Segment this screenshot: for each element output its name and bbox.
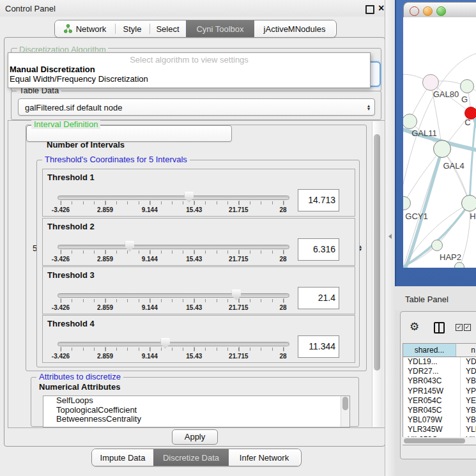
zoom-traffic-light-icon[interactable]	[436, 6, 446, 16]
cell[interactable]: YDL19...	[403, 357, 461, 367]
cell[interactable]: YDR27...	[403, 367, 461, 376]
tick-label: -3.426	[52, 206, 70, 213]
float-window-icon[interactable]	[365, 5, 374, 14]
cell[interactable]: YDL1	[461, 357, 476, 367]
threshold-4-panel: Threshold 4 -3.426 2.859 9.144 15.43 21.…	[42, 315, 355, 363]
tick-label: 2.859	[97, 304, 113, 311]
table-data-combo-value: galFiltered.sif default node	[25, 102, 122, 112]
numerical-attributes-list[interactable]: SelfLoops TopologicalCoefficient Between…	[43, 395, 350, 427]
tick-label: -3.426	[52, 353, 70, 360]
threshold-3-value-field[interactable]: 21.4	[298, 287, 339, 309]
slider-track[interactable]	[58, 342, 289, 346]
network-node[interactable]	[460, 79, 474, 93]
algorithm-option-manual[interactable]: Manual Discretization	[8, 65, 370, 74]
tick-label: 9.144	[142, 304, 158, 311]
tick-label: 2.859	[97, 353, 113, 360]
network-node[interactable]	[461, 195, 476, 211]
network-window-titlebar[interactable]	[403, 2, 476, 19]
table-row[interactable]: YLR345WYLR3	[403, 425, 476, 434]
close-traffic-light-icon[interactable]	[410, 6, 419, 16]
cell[interactable]: YLR3	[461, 425, 476, 434]
table-data-combo[interactable]: galFiltered.sif default node ▴▾	[18, 98, 375, 116]
threshold-4-value-field[interactable]: 11.344	[298, 335, 339, 358]
table-row[interactable]: YBR043CYBR0	[403, 376, 476, 386]
tab-network[interactable]: Network	[55, 20, 115, 37]
columns-icon[interactable]	[434, 322, 445, 334]
network-node[interactable]	[422, 74, 439, 91]
scrollbar-thumb[interactable]	[404, 438, 465, 443]
table-horizontal-scrollbar[interactable]	[403, 437, 476, 445]
cell[interactable]: YER054C	[403, 396, 461, 406]
tick-label: 28	[279, 304, 286, 311]
tick-label: 15.43	[186, 304, 202, 311]
cell[interactable]: YPR1	[461, 387, 476, 396]
slider-track[interactable]	[58, 293, 289, 298]
network-canvas[interactable]: GAL80GCGAL11GAL4GCY1HHAP2	[403, 17, 476, 268]
settings-vertical-scrollbar[interactable]	[372, 121, 382, 427]
cell[interactable]: YBR0	[461, 376, 476, 386]
list-item[interactable]: SelfLoops	[43, 396, 349, 406]
table-row[interactable]: YDR27...YDR2	[403, 367, 476, 376]
tab-style-label: Style	[123, 24, 142, 34]
cell[interactable]: YBL079W	[403, 415, 461, 425]
tab-impute-data[interactable]: Impute Data	[92, 449, 153, 466]
network-node-label: C	[464, 118, 470, 127]
table-panel-title: Table Panel	[405, 295, 449, 304]
tab-style[interactable]: Style	[115, 20, 150, 37]
table-row[interactable]: YDL19...YDL1	[403, 357, 476, 367]
minimize-traffic-light-icon[interactable]	[423, 6, 433, 16]
tab-infer-network[interactable]: Infer Network	[229, 449, 300, 466]
table-row[interactable]: YBL079WYBL0	[403, 415, 476, 425]
network-node[interactable]	[431, 240, 443, 251]
scrollbar-thumb[interactable]	[374, 134, 380, 371]
network-node[interactable]	[433, 140, 451, 158]
table-row[interactable]: YBR045CYBR0	[403, 406, 476, 415]
cell[interactable]: YBR045C	[403, 406, 461, 415]
cell[interactable]: YER0	[461, 396, 476, 406]
tab-select[interactable]: Select	[150, 20, 186, 37]
cell[interactable]: YBR0	[461, 406, 476, 415]
tick-label: 15.43	[186, 353, 202, 360]
cell[interactable]: YLR345W	[403, 425, 461, 434]
attributes-list-scrollbar[interactable]	[341, 396, 349, 427]
list-item[interactable]: TopologicalCoefficient	[43, 406, 349, 415]
tick-label: 9.144	[142, 256, 158, 263]
cyni-toolbox-panel: Discretization Algorithm Table Data galF…	[4, 37, 385, 447]
checkbox-icon[interactable]: ✓	[464, 324, 471, 331]
network-node[interactable]	[454, 262, 464, 268]
gear-icon[interactable]: ⚙	[410, 320, 419, 334]
interval-definition-group: Interval Definition Number of Intervals …	[26, 125, 367, 371]
node-table[interactable]: shared... n YDL19...YDL1 YDR27...YDR2 YB…	[403, 343, 476, 445]
interval-definition-title: Interval Definition	[31, 120, 100, 129]
tab-jactivemnodules[interactable]: jActiveMNodules	[254, 20, 335, 37]
table-row[interactable]: YER054CYER0	[403, 396, 476, 406]
apply-button[interactable]: Apply	[172, 429, 218, 445]
slider-ticks	[61, 250, 284, 254]
threshold-1-value-field[interactable]: 14.713	[298, 189, 339, 211]
slider-track[interactable]	[58, 245, 289, 249]
tab-cyni-toolbox[interactable]: Cyni Toolbox	[186, 20, 254, 37]
algorithm-option-equal-width[interactable]: Equal Width/Frequency Discretization	[8, 74, 370, 84]
attributes-group: Attributes to discretize Numerical Attri…	[31, 377, 359, 427]
cell[interactable]: YDR2	[461, 367, 476, 376]
threshold-2-value-field[interactable]: 6.316	[298, 238, 339, 261]
list-item[interactable]: BetweennessCentrality	[43, 415, 349, 424]
close-icon[interactable]: ×	[378, 3, 384, 14]
cell[interactable]: YPR145W	[403, 387, 461, 396]
column-header-name[interactable]: n	[456, 344, 476, 357]
splitter-handle-icon[interactable]	[388, 234, 392, 239]
slider-track[interactable]	[58, 196, 289, 200]
checkbox-icon[interactable]: ✓	[456, 324, 463, 331]
cell[interactable]: YBR043C	[403, 376, 461, 386]
discretization-algorithm-group-title: Discretization Algorithm	[17, 45, 108, 52]
thresholds-group-title: Threshold's Coordinates for 5 Intervals	[42, 155, 190, 164]
column-header-shared-name[interactable]: shared...	[403, 344, 456, 357]
tick-label: 28	[279, 206, 286, 213]
table-row[interactable]: YPR145WYPR1	[403, 387, 476, 396]
cell[interactable]: YBL0	[461, 415, 476, 425]
tab-discretize-data[interactable]: Discretize Data	[153, 449, 229, 466]
cyni-bottom-tabbar: Impute Data Discretize Data Infer Networ…	[91, 449, 302, 466]
check-glyph: ✓	[457, 324, 462, 330]
control-panel-tabbar: Network Style Select Cyni Toolbox jActiv…	[54, 20, 337, 38]
tick-label: -3.426	[52, 256, 70, 263]
